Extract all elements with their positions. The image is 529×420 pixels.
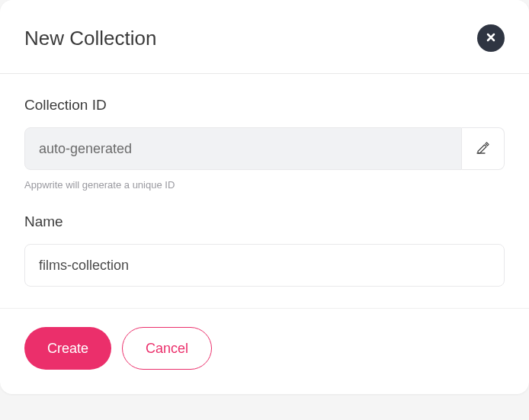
collection-id-input[interactable] (24, 127, 462, 170)
cancel-button[interactable]: Cancel (122, 327, 212, 370)
modal-body: Collection ID Appwrite will generate a u… (0, 74, 529, 308)
edit-id-button[interactable] (462, 127, 505, 170)
close-icon (486, 32, 495, 44)
new-collection-modal: New Collection Collection ID (0, 0, 529, 394)
edit-icon (476, 141, 490, 157)
collection-id-helper: Appwrite will generate a unique ID (24, 179, 505, 191)
collection-id-row (24, 127, 505, 170)
name-label: Name (24, 213, 505, 230)
collection-id-group: Collection ID Appwrite will generate a u… (24, 97, 505, 191)
close-button[interactable] (477, 24, 505, 52)
modal-header: New Collection (0, 0, 529, 74)
modal-footer: Create Cancel (0, 308, 529, 394)
collection-id-label: Collection ID (24, 97, 505, 114)
modal-title: New Collection (24, 27, 156, 50)
create-button[interactable]: Create (24, 327, 111, 370)
name-group: Name (24, 213, 505, 287)
name-input[interactable] (24, 244, 505, 287)
